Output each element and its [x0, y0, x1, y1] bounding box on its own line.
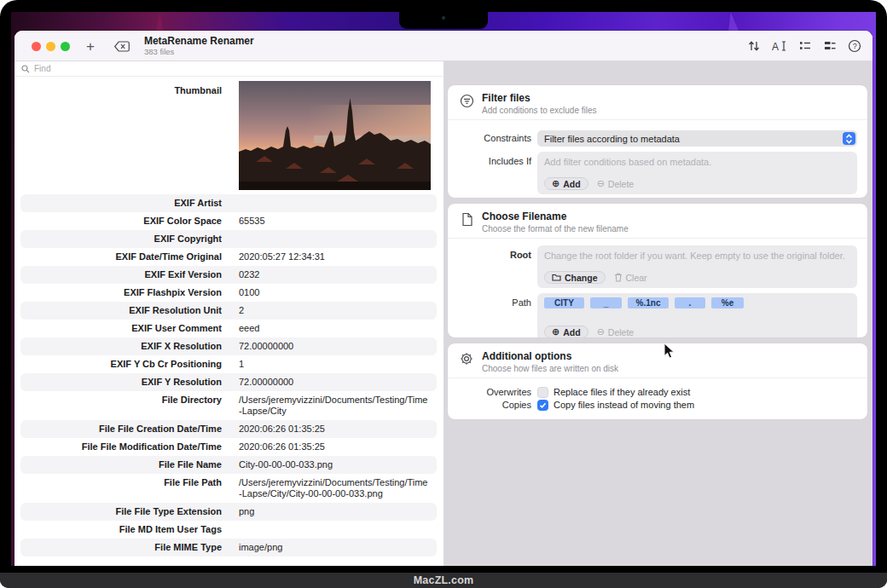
- add-condition-button[interactable]: ⊕Add: [544, 177, 588, 190]
- zoom-window-button[interactable]: [61, 42, 70, 51]
- gear-icon: [459, 352, 474, 366]
- minus-circle-icon: ⊖: [597, 179, 605, 188]
- main-content: Thumbnail: [14, 61, 873, 566]
- metadata-label: EXIF Artist: [26, 198, 222, 209]
- root-label: Root: [448, 245, 531, 261]
- metadata-value: 0100: [239, 287, 430, 298]
- checkbox-checked[interactable]: [537, 400, 548, 411]
- delete-token-button[interactable]: ⊖Delete: [597, 327, 635, 337]
- metadata-label: EXIF Y Cb Cr Positioning: [26, 359, 222, 370]
- path-label: Path: [448, 293, 531, 308]
- path-token[interactable]: %e: [711, 297, 744, 308]
- option-label: Overwrites: [448, 387, 531, 398]
- help-icon[interactable]: ?: [848, 39, 861, 53]
- add-files-button[interactable]: +: [86, 39, 95, 54]
- metadata-value: image/png: [239, 542, 430, 553]
- text-format-icon[interactable]: A: [772, 39, 787, 53]
- metadata-row: EXIF Color Space65535: [20, 212, 437, 230]
- divider: [448, 119, 867, 120]
- constraints-label: Constraints: [448, 133, 531, 144]
- detail-list-icon[interactable]: [823, 39, 837, 53]
- thumbnail-label: Thumbnail: [20, 81, 222, 96]
- clear-label: Clear: [626, 273, 647, 283]
- constraints-dropdown[interactable]: Filter files according to metadata: [537, 130, 857, 147]
- search-input[interactable]: [34, 64, 290, 73]
- option-row: CopiesCopy files instead of moving them: [448, 400, 864, 411]
- metadata-label: EXIF Copyright: [26, 233, 222, 245]
- metadata-value: 1: [239, 359, 430, 370]
- option-label: Copies: [448, 400, 531, 411]
- metadata-row: EXIF Date/Time Original2020:05:27 12:34:…: [20, 248, 437, 266]
- metadata-row: EXIF Y Resolution72.00000000: [20, 373, 437, 391]
- sort-arrows-icon[interactable]: [747, 39, 761, 53]
- trash-icon: [614, 273, 623, 282]
- metadata-value: /Users/jeremyvizzini/Documents/Testing/T…: [239, 477, 430, 499]
- card-title: Filter files: [482, 93, 597, 104]
- metadata-row: EXIF User Commenteeed: [20, 320, 437, 337]
- change-root-button[interactable]: Change: [544, 271, 606, 284]
- laptop-screen: + MetaRename Renamer 383 files A: [11, 12, 876, 566]
- option-row: OverwritesReplace files if they already …: [448, 387, 864, 398]
- path-tokens-box[interactable]: CITY_%.1nc.%e ⊕Add ⊖Delete: [537, 293, 857, 337]
- metadata-row: EXIF Resolution Unit2: [20, 302, 437, 320]
- metadata-label: EXIF X Resolution: [26, 341, 222, 352]
- metadata-value: 0232: [239, 269, 430, 280]
- check-icon: [539, 401, 547, 409]
- document-icon: [459, 212, 474, 227]
- root-folder-box[interactable]: Change the root folder if you want. Keep…: [537, 245, 857, 288]
- metadata-value: 2020:06:26 01:35:25: [239, 441, 430, 453]
- metadata-label: EXIF Flashpix Version: [26, 287, 222, 298]
- metadata-row: File File Type Extensionpng: [20, 503, 437, 521]
- metadata-row: File File Modification Date/Time2020:06:…: [20, 438, 437, 456]
- delete-label: Delete: [608, 179, 634, 189]
- metadata-table: EXIF ArtistEXIF Color Space65535EXIF Cop…: [14, 194, 444, 556]
- path-token[interactable]: %.1nc: [628, 297, 669, 308]
- metadata-label: File File Name: [26, 459, 222, 470]
- metadata-value: 2020:06:26 01:35:25: [239, 424, 430, 435]
- dropdown-stepper-icon[interactable]: [843, 132, 855, 145]
- metadata-value: png: [239, 506, 430, 517]
- metadata-value: 65535: [239, 216, 430, 227]
- bullet-list-icon[interactable]: [798, 39, 812, 53]
- app-window: + MetaRename Renamer 383 files A: [14, 31, 873, 566]
- metadata-value: 2020:05:27 12:34:31: [239, 251, 430, 262]
- filter-icon: [459, 94, 474, 108]
- clear-backspace-icon[interactable]: [113, 40, 130, 53]
- metadata-label: File File Modification Date/Time: [26, 441, 222, 453]
- filter-files-card: Filter files Add conditions to exclude f…: [448, 85, 867, 198]
- svg-text:A: A: [772, 41, 779, 53]
- thumbnail-image: [239, 81, 431, 190]
- card-title: Choose Filename: [482, 211, 629, 222]
- checkbox-unchecked[interactable]: [537, 387, 548, 398]
- metadata-row: File Directory/Users/jeremyvizzini/Docum…: [20, 391, 437, 420]
- metadata-panel: Thumbnail: [14, 61, 444, 566]
- add-token-button[interactable]: ⊕Add: [544, 326, 588, 337]
- minus-circle-icon: ⊖: [597, 327, 605, 337]
- option-text: Replace files if they already exist: [554, 387, 690, 398]
- path-token[interactable]: CITY: [544, 297, 584, 308]
- metadata-label: EXIF Date/Time Original: [26, 251, 222, 262]
- metadata-label: File MD Item User Tags: [26, 524, 222, 535]
- clear-root-button[interactable]: Clear: [614, 273, 647, 283]
- path-token[interactable]: _: [590, 297, 622, 308]
- settings-panel: Filter files Add conditions to exclude f…: [444, 61, 873, 566]
- metadata-row: EXIF Exif Version0232: [20, 266, 437, 284]
- includes-if-label: Includes If: [448, 152, 531, 167]
- metadata-label: File File Type Extension: [26, 506, 222, 517]
- change-label: Change: [565, 273, 598, 283]
- svg-text:?: ?: [853, 42, 857, 50]
- close-window-button[interactable]: [32, 42, 41, 51]
- metadata-label: File Directory: [26, 395, 222, 406]
- path-token[interactable]: .: [675, 297, 705, 308]
- divider: [448, 238, 867, 239]
- delete-condition-button[interactable]: ⊖Delete: [597, 179, 635, 189]
- metadata-label: EXIF Y Resolution: [26, 377, 222, 388]
- root-placeholder: Change the root folder if you want. Keep…: [537, 245, 857, 262]
- metadata-row: EXIF Y Cb Cr Positioning1: [20, 355, 437, 373]
- additional-options-card: Additional options Choose how files are …: [448, 343, 867, 419]
- filter-conditions-box[interactable]: Add filter conditions based on metadata.…: [537, 152, 857, 194]
- minimize-window-button[interactable]: [46, 42, 55, 51]
- card-subtitle: Choose the format of the new filename: [482, 224, 629, 233]
- plus-circle-icon: ⊕: [552, 179, 559, 188]
- card-subtitle: Choose how files are written on disk: [482, 364, 618, 373]
